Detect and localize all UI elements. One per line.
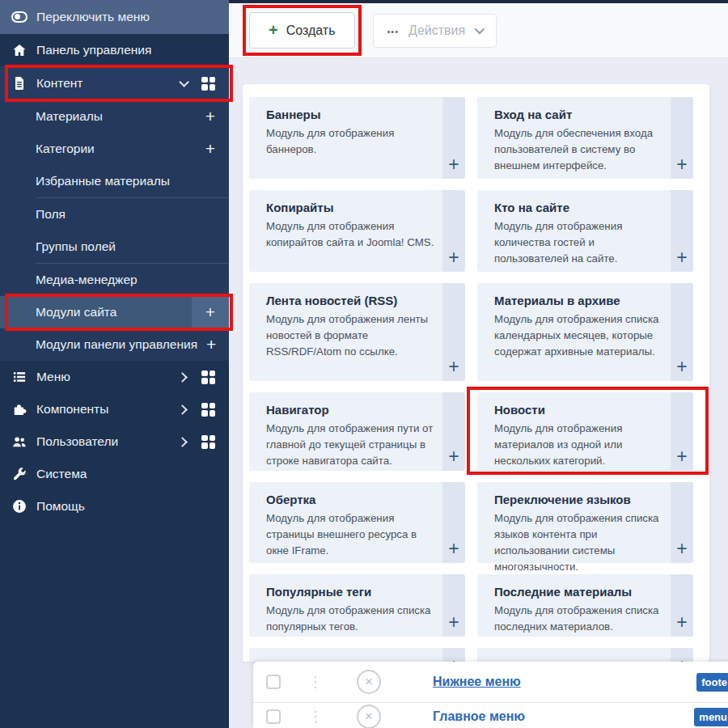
sidebar-item-admin-modules[interactable]: Модули панели управления <box>0 328 229 361</box>
add-module-button[interactable] <box>442 283 465 381</box>
drag-handle-icon[interactable] <box>308 675 323 689</box>
module-card-login: Вход на сайт Модуль для обеспечения вход… <box>477 97 693 179</box>
sidebar-item-label: Медиа-менеджер <box>36 273 138 287</box>
module-card-title[interactable]: Навигатор <box>266 403 436 417</box>
sidebar-item-extras <box>179 77 218 91</box>
main-area: Создать Действия Баннеры Модуль для отоб… <box>229 0 728 728</box>
sidebar-item-categories[interactable]: Категории <box>0 133 229 165</box>
sidebar-item-label: Система <box>36 467 87 481</box>
module-card-desc: Модуль для отображения страницы внешнего… <box>266 510 436 559</box>
sidebar-item-field-groups[interactable]: Группы полей <box>0 231 229 263</box>
module-card-title[interactable]: Переключение языков <box>494 493 664 506</box>
add-module-button[interactable] <box>671 190 693 272</box>
toolbar: Создать Действия <box>229 3 728 58</box>
sidebar-item-articles[interactable]: Материалы <box>0 100 229 133</box>
sidebar-item-users[interactable]: Пользователи <box>0 425 229 458</box>
toggle-menu-icon <box>11 9 28 25</box>
module-type-panel: Баннеры Модуль для отображения баннеров.… <box>243 84 709 662</box>
sidebar-item-system[interactable]: Система <box>0 458 229 490</box>
module-card-news: Новости Модуль для отображения материало… <box>477 392 693 471</box>
add-module-button[interactable] <box>442 574 465 637</box>
module-card-desc: Модуль для отображения списка последних … <box>494 603 664 635</box>
info-icon <box>11 498 28 514</box>
chevron-right-icon <box>177 404 188 415</box>
sidebar-item-label: Группы полей <box>36 239 116 254</box>
home-icon <box>11 42 28 58</box>
add-article-icon[interactable] <box>205 108 215 125</box>
module-card-partial <box>477 648 693 662</box>
module-card-title[interactable]: Материалы в архиве <box>494 294 664 307</box>
module-card-breadcrumbs: Навигатор Модуль для отображения пути от… <box>249 392 465 471</box>
unpublished-status-icon[interactable] <box>357 670 381 694</box>
add-module-button[interactable] <box>671 574 693 637</box>
sidebar-item-label: Переключить меню <box>36 10 150 24</box>
puzzle-icon <box>11 401 28 417</box>
sidebar-item-label: Модули сайта <box>36 305 116 320</box>
add-module-button[interactable] <box>442 97 465 179</box>
sidebar-item-toggle-menu[interactable]: Переключить меню <box>0 0 229 34</box>
add-module-button[interactable] <box>671 97 693 179</box>
table-row: Главное меню menu <box>253 702 728 728</box>
unpublished-status-icon[interactable] <box>357 705 381 728</box>
module-card-title[interactable]: Популярные теги <box>266 585 436 599</box>
module-list-panel: Нижнее меню foote Главное меню menu <box>253 662 728 728</box>
actions-dropdown-button[interactable]: Действия <box>373 14 497 48</box>
module-card-title[interactable]: Кто на сайте <box>494 201 664 214</box>
module-card-title[interactable]: Лента новостей (RSS) <box>266 294 436 307</box>
sidebar-item-components[interactable]: Компоненты <box>0 393 229 425</box>
sidebar-item-help[interactable]: Помощь <box>0 490 229 523</box>
add-module-button[interactable] <box>442 190 465 272</box>
add-module-button[interactable] <box>671 283 693 381</box>
sidebar-item-media[interactable]: Медиа-менеджер <box>0 264 229 296</box>
module-card-title[interactable]: Последние материалы <box>494 585 664 599</box>
add-module-button[interactable] <box>671 392 693 471</box>
module-card-title[interactable]: Новости <box>494 403 664 417</box>
sidebar-item-menus[interactable]: Меню <box>0 361 229 393</box>
module-card-desc: Модуль для отображения списка популярных… <box>266 603 436 635</box>
sidebar-item-label: Модули панели управления <box>36 337 197 352</box>
module-card-title[interactable]: Копирайты <box>266 201 436 214</box>
users-icon <box>11 434 28 450</box>
add-site-module-button[interactable] <box>192 296 229 328</box>
drag-handle-icon[interactable] <box>308 709 323 724</box>
add-module-button[interactable] <box>442 482 465 563</box>
module-card-title[interactable]: Обертка <box>266 493 436 506</box>
module-link[interactable]: Главное меню <box>433 709 525 724</box>
module-link[interactable]: Нижнее меню <box>433 675 521 689</box>
add-module-button[interactable] <box>442 392 465 471</box>
module-card-title[interactable]: Баннеры <box>266 108 436 121</box>
plus-icon <box>205 303 215 321</box>
sidebar-item-site-modules[interactable]: Модули сайта <box>0 296 229 328</box>
module-card-desc: Модуль для отображения копирайтов сайта … <box>266 218 436 251</box>
module-card-language-switcher: Переключение языков Модуль для отображен… <box>477 482 693 563</box>
ellipsis-icon <box>387 23 400 38</box>
sidebar-item-label: Компоненты <box>36 402 108 417</box>
add-category-icon[interactable] <box>205 140 215 158</box>
sidebar-item-featured[interactable]: Избранные материалы <box>0 165 229 197</box>
module-card-partial <box>249 648 465 662</box>
add-module-button[interactable] <box>671 648 693 662</box>
sidebar-item-label: Пользователи <box>36 434 118 449</box>
dashboard-grid-icon[interactable] <box>201 403 215 417</box>
add-module-button[interactable] <box>671 482 693 563</box>
add-admin-module-icon[interactable] <box>206 336 216 353</box>
module-card-title[interactable]: Вход на сайт <box>494 108 664 121</box>
row-checkbox[interactable] <box>266 709 281 724</box>
module-card-feed: Лента новостей (RSS) Модуль для отображе… <box>249 283 465 381</box>
add-module-button[interactable] <box>442 648 465 662</box>
sidebar-item-dashboard[interactable]: Панель управления <box>0 34 229 66</box>
content-submenu: Материалы Категории Избранные материалы … <box>0 100 229 361</box>
chevron-right-icon <box>177 437 188 447</box>
dashboard-grid-icon[interactable] <box>201 435 215 449</box>
dashboard-grid-icon[interactable] <box>201 370 215 384</box>
module-card-banners: Баннеры Модуль для отображения баннеров. <box>249 97 465 179</box>
position-badge: menu <box>694 708 728 726</box>
dashboard-grid-icon[interactable] <box>201 77 215 91</box>
sidebar-item-content[interactable]: Контент <box>0 66 229 100</box>
create-button[interactable]: Создать <box>249 12 355 49</box>
chevron-down-icon <box>475 24 485 35</box>
row-checkbox[interactable] <box>266 675 281 689</box>
sidebar-item-fields[interactable]: Поля <box>0 198 229 231</box>
wrench-icon <box>11 466 28 482</box>
sidebar-item-label: Контент <box>36 76 83 91</box>
